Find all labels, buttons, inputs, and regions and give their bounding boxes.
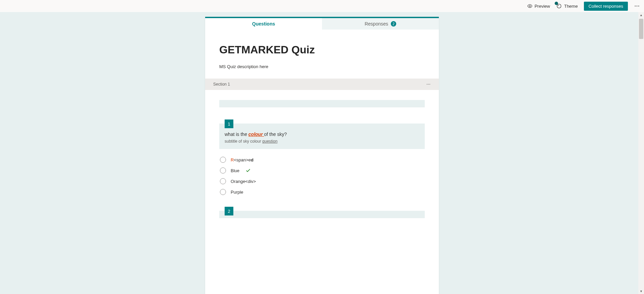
form-title[interactable]: GETMARKED Quiz bbox=[219, 44, 425, 56]
scroll-thumb[interactable] bbox=[639, 19, 643, 39]
preview-label: Preview bbox=[535, 4, 550, 9]
section-more-icon[interactable] bbox=[426, 82, 431, 87]
tabs-bar: Questions Responses 2 bbox=[205, 17, 439, 30]
content-area: 1 what is the colour of the sky? subtitl… bbox=[205, 90, 439, 218]
svg-point-5 bbox=[427, 84, 427, 85]
question-number-badge: 2 bbox=[225, 207, 233, 215]
section-bar: Section 1 bbox=[205, 79, 439, 90]
theme-label: Theme bbox=[564, 4, 578, 9]
opt1-mid: <span>e bbox=[234, 157, 251, 162]
q1-subtitle-underline: question bbox=[262, 139, 277, 144]
option-2-text: Blue bbox=[231, 168, 239, 173]
svg-point-3 bbox=[637, 6, 637, 6]
scroll-up-icon[interactable]: ▲ bbox=[638, 12, 644, 18]
q1-title-prefix: what is the bbox=[225, 132, 248, 137]
question-1-header: 1 what is the colour of the sky? subtitl… bbox=[219, 124, 425, 149]
placeholder-bar[interactable] bbox=[219, 100, 425, 107]
form-container: Questions Responses 2 GETMARKED Quiz MS … bbox=[205, 17, 439, 294]
tab-responses[interactable]: Responses 2 bbox=[322, 18, 439, 30]
option-4[interactable]: Purple bbox=[219, 187, 425, 197]
svg-point-1 bbox=[557, 4, 561, 8]
form-header: GETMARKED Quiz MS Quiz description here bbox=[205, 30, 439, 79]
vertical-scrollbar[interactable]: ▲ ▼ bbox=[638, 12, 644, 294]
q1-title-suffix: of the sky? bbox=[264, 132, 287, 137]
more-options-icon[interactable] bbox=[634, 3, 640, 9]
form-description[interactable]: MS Quiz description here bbox=[219, 64, 425, 69]
topbar: Preview Theme Collect responses bbox=[0, 0, 644, 12]
option-1-text: R<span>ed bbox=[231, 157, 254, 162]
option-3-text: Orange<div> bbox=[231, 179, 256, 184]
section-label: Section 1 bbox=[213, 82, 230, 87]
question-1-subtitle[interactable]: subtitle of sky colour question bbox=[225, 139, 419, 144]
opt1-r: R bbox=[231, 157, 234, 162]
radio-icon[interactable] bbox=[220, 167, 226, 174]
radio-icon[interactable] bbox=[220, 178, 226, 184]
question-1-options: R<span>ed Blue Orange<div> Purple bbox=[219, 149, 425, 197]
scroll-down-icon[interactable]: ▼ bbox=[638, 288, 644, 294]
page-body: Questions Responses 2 GETMARKED Quiz MS … bbox=[0, 12, 644, 294]
theme-icon bbox=[556, 3, 562, 9]
option-2[interactable]: Blue bbox=[219, 165, 425, 176]
responses-count-badge: 2 bbox=[391, 21, 396, 27]
option-1[interactable]: R<span>ed bbox=[219, 154, 425, 165]
tab-responses-label: Responses bbox=[365, 21, 388, 27]
svg-point-0 bbox=[529, 5, 531, 7]
radio-icon[interactable] bbox=[220, 157, 226, 163]
question-2[interactable]: 2 bbox=[219, 211, 425, 218]
question-number-badge: 1 bbox=[225, 119, 233, 128]
q1-colour-word: colour bbox=[248, 132, 264, 137]
svg-point-4 bbox=[638, 6, 639, 6]
svg-point-7 bbox=[429, 84, 430, 85]
radio-icon[interactable] bbox=[220, 189, 226, 195]
q1-subtitle-prefix: subtitle of sky colour bbox=[225, 139, 262, 144]
tab-questions[interactable]: Questions bbox=[205, 18, 322, 30]
eye-icon bbox=[527, 3, 533, 9]
svg-point-6 bbox=[428, 84, 429, 85]
question-1[interactable]: 1 what is the colour of the sky? subtitl… bbox=[219, 124, 425, 197]
option-3[interactable]: Orange<div> bbox=[219, 176, 425, 187]
question-1-title[interactable]: what is the colour of the sky? bbox=[225, 132, 419, 137]
opt1-bold: d bbox=[251, 157, 254, 162]
option-4-text: Purple bbox=[231, 190, 243, 195]
tab-questions-label: Questions bbox=[252, 21, 275, 27]
theme-button[interactable]: Theme bbox=[556, 3, 578, 9]
preview-button[interactable]: Preview bbox=[527, 3, 550, 9]
check-icon bbox=[245, 168, 251, 173]
svg-point-2 bbox=[635, 6, 636, 6]
collect-responses-button[interactable]: Collect responses bbox=[584, 2, 628, 11]
question-2-header: 2 bbox=[219, 211, 425, 218]
